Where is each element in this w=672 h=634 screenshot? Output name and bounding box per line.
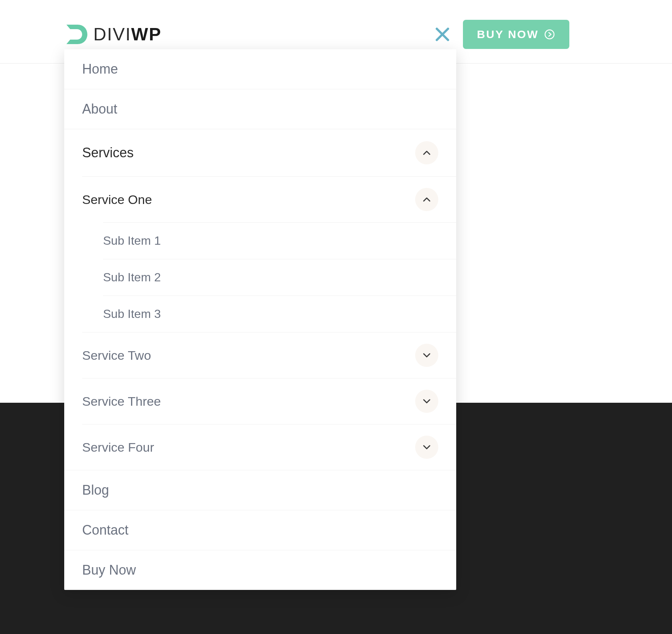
menu-item-label: Home: [82, 61, 118, 77]
chevron-down-icon: [422, 350, 432, 360]
menu-item-label: Service One: [82, 192, 152, 207]
close-icon: [435, 27, 450, 42]
expand-toggle-service-four[interactable]: [415, 436, 438, 459]
menu-item-about[interactable]: About: [64, 89, 456, 129]
chevron-up-icon: [422, 148, 432, 158]
menu-item-service-two[interactable]: Service Two: [82, 333, 456, 378]
collapse-toggle-services[interactable]: [415, 141, 438, 164]
menu-item-label: Buy Now: [82, 562, 136, 578]
menu-item-label: Sub Item 2: [103, 270, 161, 284]
services-sublist: Service One: [64, 176, 456, 470]
menu-item-contact[interactable]: Contact: [64, 510, 456, 550]
expand-toggle-service-three[interactable]: [415, 390, 438, 413]
logo[interactable]: DIVIWP: [63, 21, 162, 48]
svg-point-2: [545, 30, 554, 39]
menu-item-label: Services: [82, 145, 134, 161]
menu-item-sub-item-2[interactable]: Sub Item 2: [103, 259, 456, 296]
menu-item-sub-item-1[interactable]: Sub Item 1: [103, 223, 456, 259]
chevron-up-icon: [422, 195, 432, 204]
buy-now-label: BUY NOW: [477, 28, 539, 41]
main-menu-dropdown: Home About Services: [64, 49, 456, 590]
menu-item-blog[interactable]: Blog: [64, 470, 456, 510]
menu-item-service-one[interactable]: Service One: [82, 177, 456, 222]
menu-item-sub-item-3[interactable]: Sub Item 3: [103, 296, 456, 332]
menu-item-label: Sub Item 3: [103, 307, 161, 321]
menu-item-label: Contact: [82, 522, 128, 538]
menu-item-service-four[interactable]: Service Four: [82, 424, 456, 470]
menu-item-label: Sub Item 1: [103, 234, 161, 248]
menu-item-home[interactable]: Home: [64, 49, 456, 89]
expand-toggle-service-two[interactable]: [415, 344, 438, 367]
menu-item-services[interactable]: Services: [64, 129, 456, 176]
logo-icon: [63, 21, 90, 48]
menu-list: Home About Services: [64, 49, 456, 590]
menu-item-label: Service Two: [82, 348, 151, 363]
logo-text: DIVIWP: [93, 24, 162, 44]
collapse-toggle-service-one[interactable]: [415, 188, 438, 211]
chevron-down-icon: [422, 442, 432, 452]
menu-item-label: About: [82, 101, 117, 117]
service-one-sublist: Sub Item 1 Sub Item 2 Sub Item 3: [82, 222, 456, 332]
buy-now-button[interactable]: BUY NOW: [463, 20, 569, 49]
menu-item-label: Service Three: [82, 394, 161, 409]
menu-item-label: Service Four: [82, 440, 154, 455]
chevron-circle-right-icon: [544, 29, 555, 40]
menu-item-label: Blog: [82, 482, 109, 498]
header-actions: BUY NOW: [433, 20, 569, 49]
close-menu-button[interactable]: [433, 25, 452, 44]
menu-item-service-three[interactable]: Service Three: [82, 378, 456, 424]
menu-item-buy-now[interactable]: Buy Now: [64, 550, 456, 590]
chevron-down-icon: [422, 396, 432, 406]
